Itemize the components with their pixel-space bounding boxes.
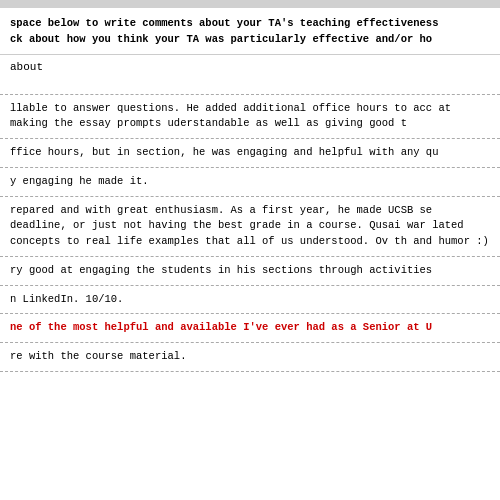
instruction-line2: ck about how you think your TA was parti… bbox=[10, 33, 432, 45]
comment-entry-6: ry good at engaging the students in his … bbox=[0, 257, 500, 286]
comment-entry-7: n LinkedIn. 10/10. bbox=[0, 286, 500, 315]
comment-entry-2: llable to answer questions. He added add… bbox=[0, 95, 500, 140]
comment-entry-8: ne of the most helpful and available I'v… bbox=[0, 314, 500, 343]
comment-entry-3: ffice hours, but in section, he was enga… bbox=[0, 139, 500, 168]
comment-text-5: repared and with great enthusiasm. As a … bbox=[10, 203, 490, 250]
comment-entry-1: about bbox=[0, 55, 500, 95]
comment-text-6: ry good at engaging the students in his … bbox=[10, 263, 490, 279]
comment-entry-9: re with the course material. bbox=[0, 343, 500, 372]
header-bar bbox=[0, 0, 500, 8]
comment-text-8: ne of the most helpful and available I'v… bbox=[10, 320, 490, 336]
comments-container[interactable]: about llable to answer questions. He add… bbox=[0, 55, 500, 495]
instruction-text: space below to write comments about your… bbox=[10, 16, 490, 48]
comment-text-2: llable to answer questions. He added add… bbox=[10, 101, 490, 133]
comment-entry-4: y engaging he made it. bbox=[0, 168, 500, 197]
comment-text-9: re with the course material. bbox=[10, 349, 490, 365]
comment-text-3: ffice hours, but in section, he was enga… bbox=[10, 145, 490, 161]
comment-highlight-8: ne of the most helpful and available I'v… bbox=[10, 321, 432, 333]
comment-text-4: y engaging he made it. bbox=[10, 174, 490, 190]
comment-text-7: n LinkedIn. 10/10. bbox=[10, 292, 490, 308]
instruction-area: space below to write comments about your… bbox=[0, 8, 500, 55]
about-label: about bbox=[10, 61, 43, 73]
comment-entry-5: repared and with great enthusiasm. As a … bbox=[0, 197, 500, 257]
instruction-line1: space below to write comments about your… bbox=[10, 17, 438, 29]
page-wrapper: space below to write comments about your… bbox=[0, 0, 500, 500]
